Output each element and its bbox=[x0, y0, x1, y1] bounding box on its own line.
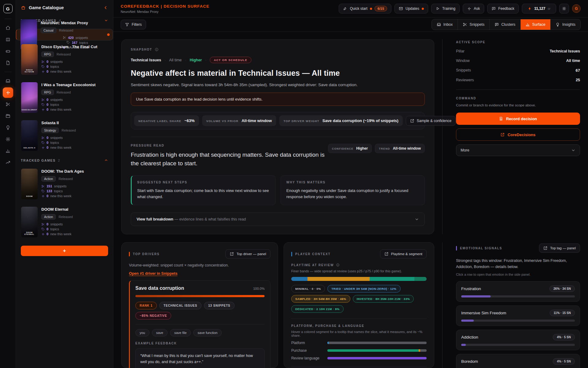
rail-item-insights[interactable] bbox=[3, 122, 13, 133]
keyword-chip[interactable]: save file bbox=[170, 329, 191, 336]
filters-button[interactable]: Filters bbox=[121, 20, 146, 29]
segment-chip-dedicated[interactable]: DEDICATED · ≥ 10H 21M · 9% bbox=[291, 305, 344, 313]
tab-surface-active[interactable]: Surface bbox=[520, 19, 550, 30]
emotional-signals-label: EMOTIONAL SIGNALS bbox=[460, 247, 502, 250]
keyword-chip[interactable]: save bbox=[152, 329, 168, 336]
view-full-breakdown-toggle[interactable]: View full breakdown — evidence lines & w… bbox=[131, 213, 425, 226]
quick-start-button[interactable]: Quick start 6/15 bbox=[339, 4, 391, 13]
player-context-label: PLAYER CONTEXT bbox=[295, 252, 330, 256]
tab-snippets[interactable]: Snippets bbox=[458, 19, 489, 30]
stat-value: Save data corruption (~19% of snippets) bbox=[322, 118, 398, 123]
example-feedback-card: “What I mean by this is that you can't s… bbox=[135, 348, 265, 368]
rail-item-trends[interactable] bbox=[3, 157, 13, 168]
driver-card[interactable]: Save data corruption 100.0% RANK 1 TECHN… bbox=[129, 280, 270, 368]
suggested-next-steps-text: Start with Save data corruption; come ba… bbox=[137, 188, 270, 200]
record-decision-button[interactable]: Record decision bbox=[456, 113, 580, 125]
active-scope-label: ACTIVE SCOPE bbox=[456, 40, 580, 44]
game-card[interactable]: DISCO ELYSIUM Disco Elysium - The Final … bbox=[16, 40, 113, 79]
topic-count: 0 bbox=[47, 141, 48, 144]
emotion-bar-track bbox=[461, 344, 575, 346]
rail-item-surface-active[interactable] bbox=[3, 87, 13, 98]
segment-chip-minimal[interactable]: MINIMAL · 0 · 0% bbox=[291, 285, 325, 293]
playtime-stacked-bar[interactable] bbox=[291, 277, 427, 281]
tab-insights[interactable]: Insights bbox=[550, 19, 580, 30]
ask-button[interactable]: Ask bbox=[463, 4, 484, 13]
chevron-down-icon bbox=[104, 18, 108, 22]
user-avatar[interactable]: G bbox=[572, 4, 581, 13]
segment-chip-invested[interactable]: INVESTED · 8H 35M-10H 21M · 33% bbox=[353, 295, 414, 303]
external-link-icon bbox=[384, 252, 389, 256]
scope-row-window: WindowAll time bbox=[456, 59, 580, 63]
rail-item-home[interactable] bbox=[3, 23, 13, 33]
review-language-bar[interactable] bbox=[327, 357, 427, 359]
segment-chip-tried[interactable]: TRIED · UNDER 3H 54M (NON-ZERO) · 12% bbox=[327, 285, 400, 293]
bar-segment-sampled[interactable] bbox=[307, 277, 370, 281]
emotion-row-addiction[interactable]: Addiction4% · 5 SN bbox=[456, 330, 580, 350]
info-icon[interactable] bbox=[336, 263, 340, 267]
updates-button[interactable]: Updates bbox=[394, 4, 428, 13]
rail-divider bbox=[5, 19, 11, 19]
open-driver-link[interactable]: Open #1 driver in Snippets bbox=[129, 271, 270, 276]
emotion-bar-fill bbox=[461, 320, 474, 322]
emotion-row-boredom[interactable]: Boredom4% · 5 SN bbox=[456, 354, 580, 368]
purchase-bar[interactable] bbox=[327, 349, 427, 352]
genre-chip: Strategy bbox=[41, 128, 59, 133]
rail-divider bbox=[5, 72, 11, 72]
training-button[interactable]: Training bbox=[431, 4, 460, 13]
rail-item-settings[interactable] bbox=[3, 134, 13, 144]
credits-button[interactable]: 11,127 cr bbox=[522, 4, 556, 13]
add-game-button[interactable]: + bbox=[21, 246, 108, 256]
page-title: COREFEEDBACK | DECISION SURFACE bbox=[121, 4, 209, 9]
tab-clusters[interactable]: Clusters bbox=[489, 19, 520, 30]
bar-segment-tried[interactable] bbox=[291, 277, 307, 281]
icon-rail: G bbox=[0, 0, 16, 368]
platform-bar[interactable] bbox=[327, 342, 427, 344]
app-logo[interactable]: G bbox=[3, 4, 13, 13]
book-icon bbox=[6, 37, 10, 42]
feedback-button[interactable]: Feedback bbox=[487, 4, 519, 13]
collapse-panel-icon[interactable] bbox=[103, 5, 108, 10]
new-count: 0 bbox=[47, 194, 48, 198]
rail-item-snippets[interactable] bbox=[3, 99, 13, 109]
playtime-segment-button[interactable]: Playtime & segment bbox=[380, 249, 427, 259]
snippet-suffix: snippets bbox=[50, 136, 63, 140]
game-card[interactable]: DOOM DOOM: The Dark Ages ActionReleased … bbox=[16, 165, 113, 203]
rail-item-analytics[interactable] bbox=[3, 146, 13, 156]
rail-item-inbox[interactable] bbox=[3, 76, 13, 86]
network-icon bbox=[467, 6, 471, 11]
game-card[interactable]: SOLASTA II Solasta II StrategyReleased 0… bbox=[16, 117, 113, 155]
core-decisions-button[interactable]: CoreDecisions bbox=[456, 128, 580, 141]
game-card-selected[interactable]: NEURONET NeuroNet: Mendax Proxy CasualRe… bbox=[16, 29, 113, 40]
rail-item-library[interactable] bbox=[3, 34, 13, 45]
keyword-chip[interactable]: you bbox=[135, 329, 149, 336]
snippet-suffix: snippets bbox=[76, 36, 88, 40]
scope-value: 25 bbox=[576, 78, 580, 82]
info-icon[interactable] bbox=[155, 48, 159, 52]
game-card[interactable]: DOOM ETERNAL DOOM Eternal ActionReleased… bbox=[16, 203, 113, 241]
top-tag-panel-button[interactable]: Top tag — panel bbox=[539, 243, 580, 253]
tracked-games-header[interactable]: TRACKED GAMES 2 bbox=[16, 155, 113, 165]
crumb-separator: · bbox=[185, 58, 186, 62]
keyword-chip[interactable]: save function bbox=[193, 329, 222, 336]
emotion-name: Immersive Sim Freedom bbox=[461, 311, 506, 315]
game-card[interactable]: EXOCOLONIST I Was a Teenage Exocolonist … bbox=[16, 79, 113, 117]
topic-suffix: topics bbox=[50, 227, 59, 231]
topic-suffix: topics bbox=[50, 65, 59, 68]
rail-item-documents[interactable] bbox=[3, 58, 13, 68]
segment-chip-sampled[interactable]: SAMPLED · 3H 54M-8H 35M · 46% bbox=[291, 295, 350, 303]
emotions-description: Strongest tags this window: Frustration,… bbox=[456, 258, 580, 270]
top-driver-panel-button[interactable]: Top driver — panel bbox=[225, 249, 270, 259]
tab-inbox[interactable]: Inbox bbox=[432, 19, 458, 30]
game-cover-title: DOOM bbox=[26, 195, 32, 199]
genre-chip: Action bbox=[41, 176, 56, 182]
topic-suffix: topics bbox=[54, 189, 63, 193]
rail-item-media[interactable] bbox=[3, 111, 13, 121]
emotion-row-frustration[interactable]: Frustration26% · 34 SN bbox=[456, 281, 580, 302]
topbar: COREFEEDBACK | DECISION SURFACE NeuroNet… bbox=[113, 0, 588, 17]
theme-toggle-button[interactable] bbox=[559, 4, 569, 13]
bar-segment-invested[interactable] bbox=[370, 277, 414, 281]
more-dropdown[interactable]: More bbox=[456, 144, 580, 156]
emotion-row-immersive-sim-freedom[interactable]: Immersive Sim Freedom11% · 15 SN bbox=[456, 305, 580, 326]
bar-segment-dedicated[interactable] bbox=[414, 277, 427, 281]
rail-item-games[interactable] bbox=[3, 46, 13, 56]
